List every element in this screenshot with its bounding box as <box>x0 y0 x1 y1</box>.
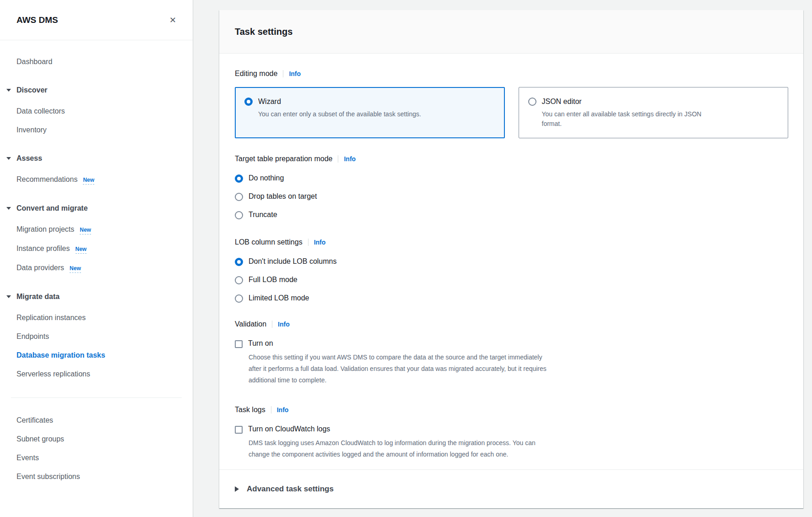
lob-settings-label-row: LOB column settings Info <box>235 238 788 247</box>
sidebar-section-label: Discover <box>16 85 48 95</box>
wizard-tile[interactable]: Wizard You can enter only a subset of th… <box>235 87 505 138</box>
chevron-down-icon <box>6 207 11 210</box>
close-icon[interactable]: ✕ <box>169 16 176 25</box>
sidebar-item-certificates[interactable]: Certificates <box>16 415 176 425</box>
new-badge[interactable]: New <box>83 177 94 185</box>
sidebar-item-label: Instance profiles <box>16 245 70 252</box>
desc-line: Choose this setting if you want AWS DMS … <box>249 352 788 363</box>
validation-description: Choose this setting if you want AWS DMS … <box>249 352 788 386</box>
no-lob-radio[interactable] <box>235 258 243 266</box>
advanced-task-settings-label: Advanced task settings <box>247 484 334 494</box>
sidebar-item-dashboard[interactable]: Dashboard <box>16 57 176 67</box>
sidebar-section-convert-and-migrate[interactable]: Convert and migrate <box>6 203 176 213</box>
advanced-task-settings-expander[interactable]: Advanced task settings <box>219 469 803 508</box>
task-settings-panel: Task settings Editing mode Info Wizard Y… <box>219 10 803 508</box>
limited-lob-radio[interactable] <box>235 294 243 303</box>
label-info-divider <box>338 155 338 163</box>
radio-option-label: Don't include LOB columns <box>249 256 336 267</box>
new-badge[interactable]: New <box>76 246 87 254</box>
task-logs-label-row: Task logs Info <box>235 405 788 414</box>
page-title: Task settings <box>235 27 292 37</box>
sidebar-item-endpoints[interactable]: Endpoints <box>16 332 176 342</box>
lob-settings-label: LOB column settings <box>235 238 303 247</box>
label-info-divider <box>283 70 283 77</box>
sidebar-item-recommendations[interactable]: RecommendationsNew <box>16 174 176 185</box>
json-editor-tile-content: JSON editor You can enter all available … <box>542 97 702 129</box>
sidebar-item-replication-instances[interactable]: Replication instances <box>16 313 176 323</box>
validation-checkbox[interactable] <box>235 340 243 348</box>
task-logs-info-link[interactable]: Info <box>277 405 289 414</box>
editing-mode-tiles: Wizard You can enter only a subset of th… <box>235 87 788 138</box>
desc-line: change the component activities logged a… <box>249 449 788 460</box>
desc-line: additional time to complete. <box>249 375 788 386</box>
truncate-radio[interactable] <box>235 211 243 219</box>
task-logs-description: DMS task logging uses Amazon CloudWatch … <box>249 437 788 460</box>
radio-option-do-nothing[interactable]: Do nothing <box>235 173 788 184</box>
json-editor-tile-title: JSON editor <box>542 97 702 106</box>
sidebar-section-label: Assess <box>16 153 42 163</box>
sidebar-section-discover[interactable]: Discover <box>6 85 176 95</box>
drop-tables-radio[interactable] <box>235 193 243 201</box>
validation-label-row: Validation Info <box>235 320 788 329</box>
sidebar-item-label: Recommendations <box>16 175 77 183</box>
editing-mode-label-row: Editing mode Info <box>235 69 788 78</box>
sidebar-item-data-collectors[interactable]: Data collectors <box>16 106 176 116</box>
main-content: Task settings Editing mode Info Wizard Y… <box>193 0 812 517</box>
desc-line: You can enter all available task setting… <box>542 109 702 119</box>
validation-checkbox-row[interactable]: Turn on <box>235 338 788 349</box>
sidebar-item-subnet-groups[interactable]: Subnet groups <box>16 434 176 444</box>
radio-option-label: Drop tables on target <box>249 191 317 202</box>
sidebar-section-label: Migrate data <box>16 292 60 302</box>
wizard-radio[interactable] <box>244 98 253 106</box>
radio-option-label: Limited LOB mode <box>249 293 309 304</box>
sidebar-item-data-providers[interactable]: Data providersNew <box>16 263 176 273</box>
target-table-prep-info-link[interactable]: Info <box>344 154 356 163</box>
full-lob-radio[interactable] <box>235 276 243 284</box>
new-badge[interactable]: New <box>80 227 91 234</box>
desc-line: DMS task logging uses Amazon CloudWatch … <box>249 437 788 449</box>
desc-line: after it performs a full data load. Vali… <box>249 363 788 375</box>
sidebar-item-label: Data providers <box>16 264 64 272</box>
chevron-right-icon <box>235 486 239 492</box>
radio-option-limited-lob[interactable]: Limited LOB mode <box>235 293 788 304</box>
validation-info-link[interactable]: Info <box>278 320 290 329</box>
radio-option-full-lob[interactable]: Full LOB mode <box>235 274 788 285</box>
sidebar-item-inventory[interactable]: Inventory <box>16 125 176 135</box>
radio-option-truncate[interactable]: Truncate <box>235 209 788 220</box>
editing-mode-label: Editing mode <box>235 69 277 78</box>
lob-settings-info-link[interactable]: Info <box>314 238 326 247</box>
json-editor-tile[interactable]: JSON editor You can enter all available … <box>519 87 789 138</box>
sidebar-title: AWS DMS <box>16 15 58 25</box>
wizard-tile-content: Wizard You can enter only a subset of th… <box>258 97 421 119</box>
label-info-divider <box>308 239 309 246</box>
task-logs-label: Task logs <box>235 405 265 414</box>
radio-option-label: Do nothing <box>249 173 284 184</box>
chevron-down-icon <box>6 89 11 92</box>
sidebar-divider <box>11 397 182 398</box>
label-info-divider <box>272 321 272 328</box>
target-table-prep-label-row: Target table preparation mode Info <box>235 154 788 163</box>
sidebar-item-events[interactable]: Events <box>16 453 176 463</box>
json-editor-tile-desc: You can enter all available task setting… <box>542 109 702 129</box>
cloudwatch-checkbox[interactable] <box>235 426 243 434</box>
do-nothing-radio[interactable] <box>235 174 243 183</box>
sidebar-section-assess[interactable]: Assess <box>6 153 176 163</box>
sidebar-item-database-migration-tasks[interactable]: Database migration tasks <box>16 350 176 360</box>
app-root: AWS DMS ✕ Dashboard Discover Data collec… <box>0 0 812 517</box>
radio-option-no-lob[interactable]: Don't include LOB columns <box>235 256 788 267</box>
cloudwatch-checkbox-row[interactable]: Turn on CloudWatch logs <box>235 424 788 435</box>
cloudwatch-checkbox-label: Turn on CloudWatch logs <box>248 424 330 435</box>
sidebar-item-instance-profiles[interactable]: Instance profilesNew <box>16 244 176 254</box>
sidebar-item-event-subscriptions[interactable]: Event subscriptions <box>16 472 176 482</box>
radio-option-drop-tables[interactable]: Drop tables on target <box>235 191 788 202</box>
editing-mode-info-link[interactable]: Info <box>289 69 301 78</box>
sidebar-item-serverless-replications[interactable]: Serverless replications <box>16 369 176 379</box>
sidebar-section-migrate-data[interactable]: Migrate data <box>6 292 176 302</box>
label-info-divider <box>271 406 271 414</box>
new-badge[interactable]: New <box>70 265 81 273</box>
sidebar-item-migration-projects[interactable]: Migration projectsNew <box>16 224 176 235</box>
validation-label: Validation <box>235 320 266 329</box>
chevron-down-icon <box>6 295 11 298</box>
target-table-prep-label: Target table preparation mode <box>235 154 332 163</box>
json-editor-radio[interactable] <box>528 98 536 106</box>
